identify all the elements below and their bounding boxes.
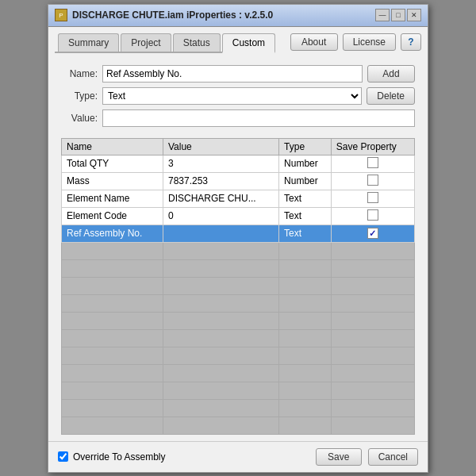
top-buttons: About License ? [290, 33, 421, 51]
cell-type: Text [279, 190, 332, 207]
value-label: Value: [61, 113, 98, 124]
cell-save[interactable] [331, 207, 414, 225]
table-row-empty [62, 294, 415, 312]
cell-type: Number [279, 172, 332, 190]
table-row-empty [62, 347, 415, 364]
title-bar: P DISCHARGE CHUTE.iam iProperties : v.2.… [48, 5, 428, 27]
table-row-empty [62, 364, 415, 382]
override-label: Override To Assembly [73, 451, 166, 463]
table-header-row: Name Value Type Save Property [62, 138, 415, 155]
tab-row: Summary Project Status Custom [55, 33, 275, 53]
table-row-empty [62, 329, 415, 347]
table-row[interactable]: Element Code 0 Text [62, 207, 415, 225]
table-row-selected[interactable]: Ref Assembly No. Text [62, 225, 415, 242]
main-window: P DISCHARGE CHUTE.iam iProperties : v.2.… [48, 4, 428, 473]
tab-status[interactable]: Status [173, 33, 221, 52]
footer-bar: Override To Assembly Save Cancel [48, 441, 428, 472]
delete-btn-container: Delete [367, 87, 415, 105]
save-checkbox[interactable] [367, 175, 378, 186]
cell-save[interactable] [331, 190, 414, 207]
table-row-empty [62, 399, 415, 416]
license-button[interactable]: License [343, 33, 396, 51]
maximize-button[interactable]: □ [391, 9, 405, 21]
table-row[interactable]: Element Name DISCHARGE CHU... Text [62, 190, 415, 207]
minimize-button[interactable]: — [375, 9, 390, 21]
window-title: DISCHARGE CHUTE.iam iProperties : v.2.5.… [72, 10, 273, 21]
name-row: Name: Add [61, 65, 415, 83]
footer-buttons: Save Cancel [316, 448, 418, 466]
value-row: Value: [61, 109, 415, 127]
tab-summary[interactable]: Summary [58, 33, 119, 52]
col-value: Value [163, 138, 278, 155]
help-button[interactable]: ? [401, 33, 421, 51]
save-checkbox[interactable] [367, 157, 378, 168]
col-type: Type [279, 138, 332, 155]
footer-left: Override To Assembly [58, 451, 166, 463]
table-row-empty [62, 259, 415, 277]
cell-name: Element Name [62, 190, 163, 207]
cell-value [163, 225, 278, 242]
add-button[interactable]: Add [367, 65, 415, 83]
window-icon: P [55, 9, 67, 21]
col-name: Name [62, 138, 163, 155]
cell-name: Ref Assembly No. [62, 225, 163, 242]
cell-value: DISCHARGE CHU... [163, 190, 278, 207]
col-save: Save Property [331, 138, 414, 155]
cell-type: Text [279, 207, 332, 225]
about-button[interactable]: About [290, 33, 338, 51]
override-checkbox[interactable] [58, 451, 68, 462]
value-input[interactable] [102, 109, 415, 127]
table-area: Name Value Type Save Property Total QTY … [61, 138, 415, 435]
cell-value: 3 [163, 155, 278, 172]
properties-table: Name Value Type Save Property Total QTY … [61, 138, 415, 435]
table-row-empty [62, 416, 415, 434]
tab-project[interactable]: Project [121, 33, 171, 52]
name-label: Name: [61, 68, 98, 79]
delete-button[interactable]: Delete [367, 87, 415, 105]
table-row-empty [62, 312, 415, 329]
title-bar-left: P DISCHARGE CHUTE.iam iProperties : v.2.… [55, 9, 273, 21]
window-body: Summary Project Status Custom About Lice… [48, 27, 428, 441]
cell-name: Total QTY [62, 155, 163, 172]
save-checkbox[interactable] [367, 192, 378, 203]
cell-type: Text [279, 225, 332, 242]
type-label: Type: [61, 90, 98, 102]
cell-value: 7837.253 [163, 172, 278, 190]
table-row[interactable]: Total QTY 3 Number [62, 155, 415, 172]
cell-save[interactable] [331, 172, 414, 190]
cancel-button[interactable]: Cancel [368, 448, 418, 466]
close-button[interactable]: ✕ [407, 9, 421, 21]
tab-custom[interactable]: Custom [222, 33, 275, 53]
header-area: Summary Project Status Custom About Lice… [55, 33, 421, 54]
cell-save[interactable] [331, 155, 414, 172]
cell-type: Number [279, 155, 332, 172]
save-button[interactable]: Save [316, 448, 362, 466]
save-checkbox[interactable] [367, 209, 378, 221]
cell-name: Mass [62, 172, 163, 190]
table-row-empty [62, 242, 415, 259]
cell-save[interactable] [331, 225, 414, 242]
table-row-empty [62, 382, 415, 399]
table-row[interactable]: Mass 7837.253 Number [62, 172, 415, 190]
name-input[interactable] [102, 65, 363, 83]
cell-value: 0 [163, 207, 278, 225]
save-checkbox-checked[interactable] [367, 228, 378, 239]
table-row-empty [62, 277, 415, 294]
type-select[interactable]: Text Number Date Yes or No [102, 87, 362, 105]
cell-name: Element Code [62, 207, 163, 225]
title-controls: — □ ✕ [375, 9, 421, 21]
form-area: Name: Add Type: Text Number Date Yes or … [55, 60, 421, 132]
type-row: Type: Text Number Date Yes or No Delete [61, 87, 415, 105]
side-buttons: Add [367, 65, 415, 83]
